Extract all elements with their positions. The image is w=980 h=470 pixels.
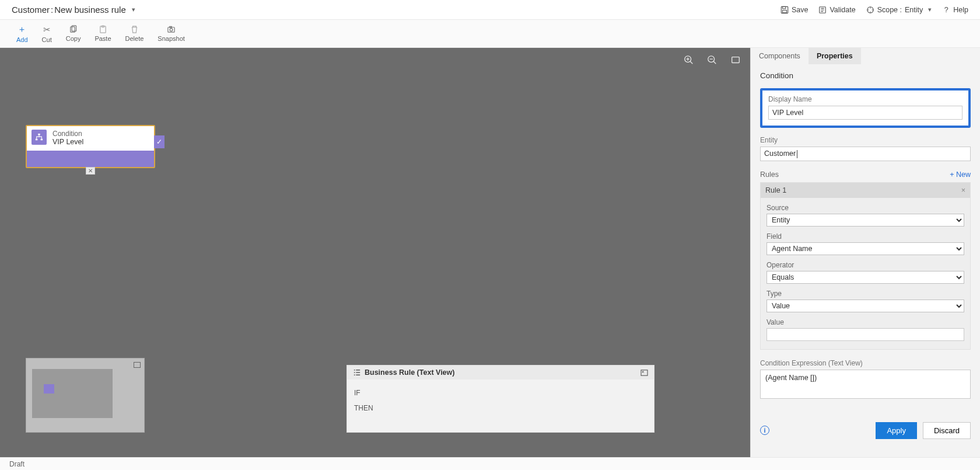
minimap[interactable] (26, 358, 145, 433)
cut-button[interactable]: ✂ Cut (42, 25, 52, 43)
rule-head[interactable]: Rule 1 × (761, 183, 970, 198)
text-view-header: Business Rule (Text View) (347, 365, 654, 380)
text-view-title: Business Rule (Text View) (365, 368, 454, 377)
svg-point-10 (170, 29, 173, 32)
header-actions: Save Validate Scope : Entity ▾ ? Help (780, 6, 968, 14)
field-select[interactable]: Agent Name (766, 242, 964, 255)
display-name-label: Display Name (768, 95, 963, 103)
status-bar: Draft (0, 457, 980, 470)
validate-label: Validate (830, 6, 855, 14)
tab-properties[interactable]: Properties (808, 48, 861, 64)
header-bar: Customer:New business rule ▾ Save Valida… (0, 0, 980, 20)
scope-value: Entity (905, 6, 923, 14)
expand-icon[interactable] (640, 370, 648, 376)
svg-rect-14 (732, 57, 740, 63)
save-button[interactable]: Save (780, 6, 808, 14)
paste-icon (99, 25, 107, 34)
svg-rect-16 (36, 139, 38, 141)
expression-block: Condition Expression (Text View) (Agent … (760, 359, 971, 399)
paste-label: Paste (94, 35, 111, 42)
type-select[interactable]: Value (766, 300, 964, 312)
entity-label: Entity (760, 136, 971, 144)
text-view-then: THEN (354, 401, 647, 416)
toolbar: ＋ Add ✂ Cut Copy Paste Delete Snapshot (0, 20, 980, 48)
node-action-bar[interactable] (27, 151, 154, 167)
save-icon (780, 6, 789, 14)
help-icon: ? (942, 6, 950, 14)
minimap-node-item (44, 384, 54, 394)
info-icon[interactable]: i (760, 426, 769, 435)
entity-value[interactable]: Customer (760, 147, 971, 161)
canvas[interactable]: Condition VIP Level ✓ ✕ Business (0, 48, 750, 457)
node-true-connector[interactable]: ✓ (154, 135, 164, 148)
tab-components[interactable]: Components (751, 48, 808, 64)
rules-label: Rules (760, 170, 779, 179)
scope-selector[interactable]: Scope : Entity ▾ (866, 6, 932, 14)
help-label: Help (953, 6, 968, 14)
panel-footer: i Apply Discard (751, 415, 980, 446)
help-button[interactable]: ? Help (942, 6, 968, 14)
text-view-body: IF THEN (347, 380, 654, 422)
copy-label: Copy (66, 35, 81, 42)
entity-field-block: Entity Customer (760, 136, 971, 161)
minimap-viewport (32, 369, 113, 418)
expand-icon[interactable] (134, 362, 141, 368)
svg-rect-15 (38, 134, 40, 135)
svg-rect-1 (782, 6, 785, 9)
value-input[interactable] (766, 328, 964, 341)
svg-rect-18 (641, 370, 648, 375)
paste-button[interactable]: Paste (94, 25, 111, 42)
snapshot-button[interactable]: Snapshot (158, 25, 184, 42)
node-name-label: VIP Level (52, 138, 83, 146)
zoom-out-icon[interactable] (707, 55, 718, 65)
add-button[interactable]: ＋ Add (16, 24, 28, 43)
delete-button[interactable]: Delete (125, 25, 144, 42)
copy-icon (69, 25, 78, 34)
status-text: Draft (9, 460, 24, 468)
canvas-controls (684, 55, 741, 65)
text-view-if: IF (354, 385, 647, 401)
scope-label: Scope : (877, 6, 902, 14)
header-title-group[interactable]: Customer:New business rule ▾ (12, 5, 135, 15)
expression-text[interactable]: (Agent Name []) (760, 370, 971, 399)
trash-icon (130, 25, 139, 34)
properties-panel: Components Properties Condition Display … (750, 48, 980, 457)
apply-button[interactable]: Apply (876, 422, 917, 439)
fit-screen-icon[interactable] (730, 55, 741, 65)
rule-card: Rule 1 × Source Entity Field Agent Name (760, 182, 971, 350)
validate-icon (818, 6, 827, 14)
svg-rect-2 (782, 10, 786, 12)
copy-button[interactable]: Copy (66, 25, 81, 42)
validate-button[interactable]: Validate (818, 6, 855, 14)
condition-node[interactable]: Condition VIP Level ✓ ✕ (26, 125, 155, 168)
header-entity-name: Customer (12, 5, 50, 15)
text-cursor-icon (797, 150, 797, 158)
plus-icon: ＋ (18, 24, 26, 35)
chevron-down-icon[interactable]: ▾ (132, 6, 135, 13)
field-label: Field (766, 232, 964, 241)
delete-label: Delete (125, 35, 144, 42)
panel-tabs: Components Properties (751, 48, 980, 64)
snapshot-label: Snapshot (158, 35, 184, 42)
close-icon[interactable]: × (961, 186, 965, 194)
camera-icon (167, 25, 176, 34)
display-name-highlight: Display Name (760, 88, 971, 128)
expression-label: Condition Expression (Text View) (760, 359, 971, 367)
value-label: Value (766, 318, 964, 326)
zoom-in-icon[interactable] (684, 55, 694, 65)
display-name-input[interactable] (768, 106, 963, 120)
chevron-down-icon: ▾ (928, 6, 932, 13)
source-select[interactable]: Entity (766, 214, 964, 227)
new-rule-link[interactable]: + New (950, 170, 971, 179)
entity-value-text: Customer (764, 149, 796, 158)
source-label: Source (766, 204, 964, 212)
node-false-connector[interactable]: ✕ (86, 167, 95, 175)
svg-rect-17 (41, 139, 43, 141)
panel-section-title: Condition (760, 71, 971, 80)
node-type-label: Condition (52, 130, 83, 138)
cut-label: Cut (42, 36, 52, 43)
header-rule-name: New business rule (54, 5, 126, 15)
save-label: Save (792, 6, 808, 14)
operator-select[interactable]: Equals (766, 271, 964, 284)
discard-button[interactable]: Discard (923, 422, 971, 439)
